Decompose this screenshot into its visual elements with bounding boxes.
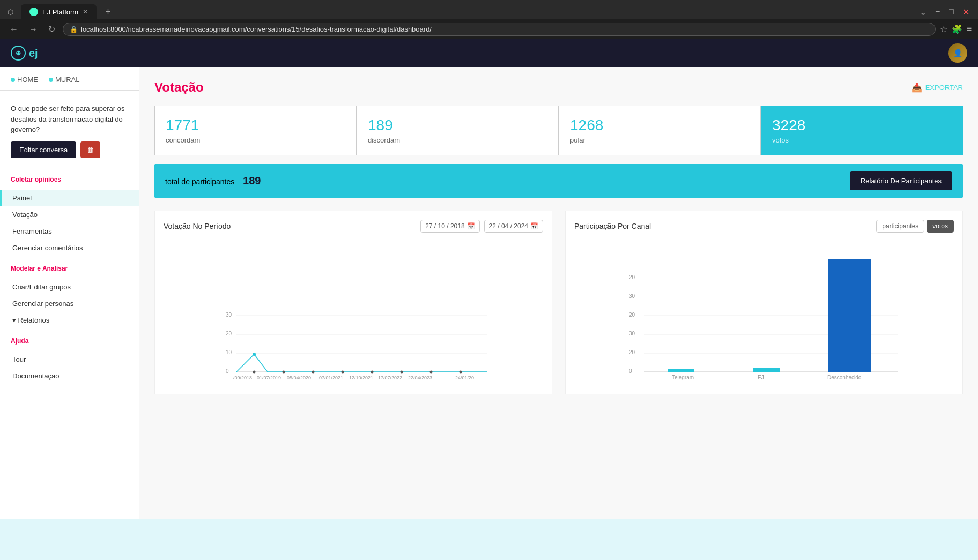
svg-text:0: 0 — [226, 368, 229, 374]
date-start-value: 27 / 10 / 2018 — [425, 222, 464, 230]
url-text: localhost:8000/ricabrassemanadeinovacaog… — [81, 25, 432, 33]
svg-point-17 — [253, 371, 256, 374]
sidebar-item-documentacao[interactable]: Documentação — [0, 368, 139, 384]
svg-text:12/10/2021: 12/10/2021 — [349, 375, 373, 380]
sidebar-item-tour[interactable]: Tour — [0, 351, 139, 368]
page-title-row: Votação 📥 EXPORTAR — [154, 80, 963, 95]
mural-nav-link[interactable]: MURAL — [49, 76, 80, 84]
home-dot-icon — [11, 78, 15, 82]
sidebar-section-modelar: Modelar e Analisar — [0, 256, 139, 279]
lock-icon: 🔒 — [70, 26, 78, 33]
browser-tabs: ⬡ EJ Platform ✕ + ⌄ − □ ✕ — [0, 0, 978, 19]
maximize-button[interactable]: □ — [944, 6, 958, 18]
stat-card-concordam: 1771 concordam — [154, 106, 357, 155]
export-button[interactable]: 📥 EXPORTAR — [912, 83, 963, 93]
edit-row: Editar conversa 🗑 — [0, 141, 139, 167]
charts-row: Votação No Período 27 / 10 / 2018 📅 22 /… — [154, 211, 963, 394]
delete-conversation-button[interactable]: 🗑 — [80, 141, 100, 158]
channel-chart-container: Participação Por Canal participantes vot… — [565, 211, 963, 394]
app-container: ⊕ ej 👤 HOME MURAL O que pode ser feito p… — [0, 39, 978, 560]
address-bar[interactable]: 🔒 localhost:8000/ricabrassemanadeinovaca… — [63, 23, 936, 36]
user-avatar[interactable]: 👤 — [948, 43, 967, 63]
participantes-filter-button[interactable]: participantes — [876, 220, 924, 233]
participants-info: total de participantes 189 — [165, 175, 261, 187]
sidebar-section-title-modelar: Modelar e Analisar — [11, 265, 128, 272]
toolbar-right: ☆ 🧩 ≡ — [940, 24, 972, 34]
svg-text:20: 20 — [629, 349, 635, 355]
votes-chart-title: Votação No Período — [164, 222, 231, 230]
svg-text:17/07/2022: 17/07/2022 — [378, 375, 402, 380]
logo-text: ej — [29, 47, 38, 59]
export-icon: 📥 — [912, 83, 922, 93]
date-end-input[interactable]: 22 / 04 / 2024 📅 — [484, 220, 543, 233]
edit-conversation-button[interactable]: Editar conversa — [11, 141, 76, 158]
sidebar-item-gerenciar-comentarios[interactable]: Gerenciar comentários — [0, 240, 139, 256]
calendar-start-icon: 📅 — [467, 222, 475, 230]
svg-text:30: 30 — [226, 312, 232, 318]
calendar-end-icon: 📅 — [530, 222, 538, 230]
home-nav-link[interactable]: HOME — [11, 76, 38, 84]
sidebar-item-painel[interactable]: Painel — [0, 190, 139, 206]
conversation-description: O que pode ser feito para superar os des… — [0, 97, 139, 141]
refresh-button[interactable]: ↻ — [45, 23, 58, 35]
channel-chart-header: Participação Por Canal participantes vot… — [574, 220, 954, 233]
menu-icon[interactable]: ≡ — [967, 24, 972, 34]
svg-point-24 — [460, 371, 462, 374]
stat-number-discordam: 189 — [368, 117, 547, 134]
tab-close-button[interactable]: ✕ — [83, 8, 88, 16]
sidebar-section-coletar: Coletar opiniões — [0, 167, 139, 190]
sidebar-item-votacao[interactable]: Votação — [0, 206, 139, 223]
svg-text:Telegram: Telegram — [672, 375, 694, 380]
svg-point-23 — [430, 371, 433, 374]
svg-text:20: 20 — [226, 331, 232, 337]
page-title: Votação — [154, 80, 204, 95]
window-controls: ⌄ − □ ✕ — [915, 6, 974, 18]
stat-label-concordam: concordam — [166, 136, 345, 144]
sidebar-item-ferramentas[interactable]: Ferramentas — [0, 223, 139, 240]
app-body: HOME MURAL O que pode ser feito para sup… — [0, 67, 978, 519]
stat-number-concordam: 1771 — [166, 117, 345, 134]
date-start-input[interactable]: 27 / 10 / 2018 📅 — [420, 220, 479, 233]
svg-text:24/01/20: 24/01/20 — [455, 375, 474, 380]
votes-chart-container: Votação No Período 27 / 10 / 2018 📅 22 /… — [154, 211, 552, 394]
browser-chrome: ⬡ EJ Platform ✕ + ⌄ − □ ✕ ← → ↻ 🔒 localh… — [0, 0, 978, 39]
extensions-icon[interactable]: 🧩 — [952, 24, 962, 34]
sidebar-item-criar-editar-grupos[interactable]: Criar/Editar grupos — [0, 279, 139, 295]
svg-text:30: 30 — [629, 293, 635, 299]
svg-text:Desconhecido: Desconhecido — [827, 375, 862, 380]
sidebar-item-gerenciar-personas[interactable]: Gerenciar personas — [0, 295, 139, 312]
bookmark-icon[interactable]: ☆ — [940, 24, 947, 34]
new-tab-button[interactable]: + — [101, 6, 115, 18]
svg-rect-38 — [753, 368, 780, 372]
stat-label-discordam: discordam — [368, 136, 547, 144]
minimize-button[interactable]: − — [931, 6, 944, 18]
svg-text:01/07/2019: 01/07/2019 — [257, 375, 281, 380]
sidebar-item-relatorios[interactable]: ▾ Relatórios — [0, 312, 139, 328]
trash-icon: 🗑 — [87, 146, 94, 154]
channel-chart-title: Participação Por Canal — [574, 222, 651, 230]
stat-card-pular: 1268 pular — [559, 106, 761, 155]
report-button[interactable]: Relatório De Participantes — [850, 171, 952, 190]
svg-point-21 — [371, 371, 374, 374]
svg-text:EJ: EJ — [758, 375, 764, 380]
close-button[interactable]: ✕ — [958, 6, 974, 18]
browser-tab-icon: ⬡ — [4, 8, 17, 16]
stat-number-pular: 1268 — [570, 117, 750, 134]
stat-number-votos: 3228 — [772, 117, 952, 134]
votos-filter-button[interactable]: votos — [927, 220, 954, 233]
stat-label-votos: votos — [772, 136, 952, 144]
svg-text:22/04/2023: 22/04/2023 — [408, 375, 432, 380]
svg-text:0: 0 — [629, 368, 632, 374]
forward-button[interactable]: → — [26, 24, 41, 35]
main-content: Votação 📥 EXPORTAR 1771 concordam 189 di… — [139, 67, 978, 519]
svg-rect-37 — [668, 369, 694, 372]
active-tab[interactable]: EJ Platform ✕ — [21, 4, 97, 19]
dropdown-button[interactable]: ⌄ — [915, 6, 931, 18]
tab-favicon — [29, 8, 38, 16]
svg-text:10: 10 — [226, 349, 232, 355]
svg-point-22 — [401, 371, 403, 374]
sidebar-section-title-ajuda: Ajuda — [11, 337, 128, 345]
sidebar-section-title-coletar: Coletar opiniões — [11, 176, 128, 183]
back-button[interactable]: ← — [6, 24, 21, 35]
svg-rect-39 — [828, 259, 871, 372]
